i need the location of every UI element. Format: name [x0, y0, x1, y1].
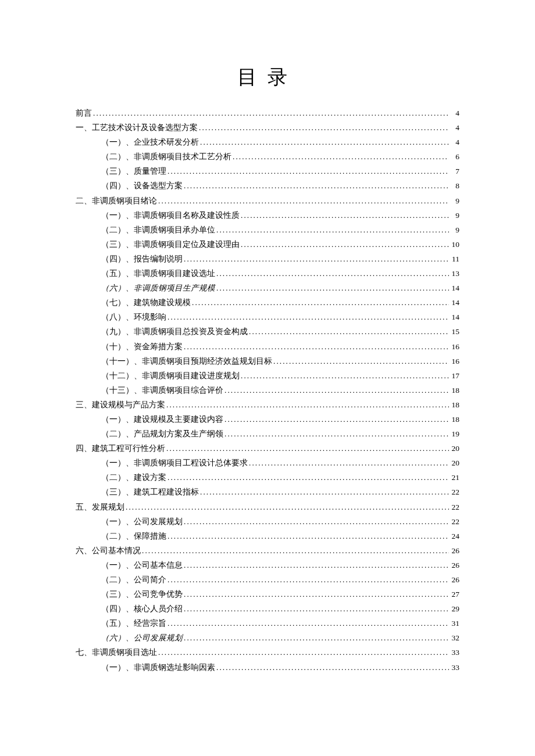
toc-entry-page: 14	[449, 284, 459, 292]
toc-entry-label: （八）、环境影响	[101, 313, 166, 321]
toc-leader-dots	[157, 197, 449, 205]
toc-entry-label: （六）、公司发展规划	[101, 634, 183, 642]
toc-entry: （四）、设备选型方案8	[76, 182, 459, 190]
toc-entry-label: （六）、非调质钢项目生产规模	[101, 284, 215, 292]
toc-entry-label: （三）、公司竞争优势	[101, 590, 183, 599]
toc-entry: 六、公司基本情况26	[76, 547, 459, 555]
toc-leader-dots	[166, 619, 449, 628]
toc-entry-label: （二）、非调质钢项目技术工艺分析	[101, 153, 231, 161]
toc-leader-dots	[166, 167, 449, 175]
toc-entry: （十一）、非调质钢项目预期经济效益规划目标16	[76, 357, 459, 366]
toc-leader-dots	[183, 182, 449, 190]
toc-entry-label: （五）、经营宗旨	[101, 619, 166, 628]
toc-entry-label: （三）、质量管理	[101, 167, 166, 175]
toc-entry: （十二）、非调质钢项目建设进度规划17	[76, 372, 459, 380]
toc-entry-page: 7	[449, 167, 459, 175]
toc-entry-label: （一）、企业技术研发分析	[101, 138, 199, 146]
toc-leader-dots	[248, 459, 449, 467]
toc-entry: （七）、建筑物建设规模14	[76, 299, 459, 307]
toc-leader-dots	[183, 605, 449, 613]
toc-entry-page: 33	[449, 648, 459, 657]
toc-entry: （十三）、非调质钢项目综合评价18	[76, 386, 459, 395]
toc-entry: 五、发展规划22	[76, 503, 459, 511]
toc-entry-page: 24	[449, 532, 459, 540]
toc-leader-dots	[166, 532, 449, 540]
toc-leader-dots	[165, 401, 449, 409]
toc-entry-page: 22	[449, 503, 459, 511]
toc-entry: 七、非调质钢项目选址33	[76, 648, 459, 657]
toc-entry: 四、建筑工程可行性分析20	[76, 445, 459, 453]
toc-leader-dots	[92, 109, 449, 117]
toc-entry-page: 31	[449, 619, 459, 628]
toc-entry-label: 四、建筑工程可行性分析	[76, 445, 165, 453]
page-title: 目录	[76, 64, 459, 91]
toc-entry-page: 33	[449, 664, 459, 672]
toc-entry-label: （十）、资金筹措方案	[101, 343, 183, 351]
toc-entry-page: 4	[449, 109, 459, 117]
toc-entry-page: 20	[449, 459, 459, 467]
toc-leader-dots	[240, 372, 449, 380]
toc-entry-label: 五、发展规划	[76, 503, 124, 511]
toc-entry-label: （一）、非调质钢选址影响因素	[101, 664, 215, 672]
toc-leader-dots	[157, 648, 449, 657]
toc-entry-page: 4	[449, 124, 459, 132]
toc-entry-page: 14	[449, 299, 459, 307]
toc-leader-dots	[223, 415, 449, 424]
toc-leader-dots	[272, 357, 449, 366]
toc-leader-dots	[215, 270, 449, 278]
toc-entry-page: 9	[449, 197, 459, 205]
toc-leader-dots	[199, 138, 449, 146]
toc-entry-label: （二）、非调质钢项目承办单位	[101, 226, 215, 234]
toc-entry: （二）、非调质钢项目承办单位9	[76, 226, 459, 234]
toc-entry-label: （三）、建筑工程建设指标	[101, 488, 199, 496]
toc-leader-dots	[215, 284, 449, 292]
toc-entry-label: （四）、报告编制说明	[101, 255, 183, 263]
toc-entry: （一）、建设规模及主要建设内容18	[76, 415, 459, 424]
toc-leader-dots	[166, 313, 449, 321]
toc-entry: （二）、非调质钢项目技术工艺分析6	[76, 153, 459, 161]
toc-entry: （九）、非调质钢项目总投资及资金构成15	[76, 328, 459, 336]
toc-entry-label: （四）、设备选型方案	[101, 182, 183, 190]
toc-entry-page: 18	[449, 401, 459, 409]
toc-entry-page: 27	[449, 590, 459, 599]
toc-entry-page: 4	[449, 138, 459, 146]
toc-entry-label: 六、公司基本情况	[76, 547, 141, 555]
toc-entry-label: （一）、公司基本信息	[101, 561, 183, 569]
toc-entry: 前言4	[76, 109, 459, 117]
toc-entry-label: 一、工艺技术设计及设备选型方案	[76, 124, 198, 132]
toc-leader-dots	[248, 328, 449, 336]
toc-leader-dots	[183, 343, 449, 351]
toc-entry-page: 10	[449, 241, 459, 249]
toc-entry: （一）、非调质钢项目工程设计总体要求20	[76, 459, 459, 467]
toc-leader-dots	[166, 474, 449, 482]
toc-entry-label: （二）、建设方案	[101, 474, 166, 482]
toc-leader-dots	[215, 226, 449, 234]
toc-entry: （四）、核心人员介绍29	[76, 605, 459, 613]
toc-leader-dots	[183, 590, 449, 599]
toc-leader-dots	[183, 561, 449, 569]
toc-entry-label: （十三）、非调质钢项目综合评价	[101, 386, 223, 395]
toc-entry-label: （二）、公司简介	[101, 576, 166, 584]
toc-entry-page: 15	[449, 328, 459, 336]
toc-entry-page: 17	[449, 372, 459, 380]
toc-entry-page: 26	[449, 576, 459, 584]
toc-entry-page: 21	[449, 474, 459, 482]
toc-entry-label: （九）、非调质钢项目总投资及资金构成	[101, 328, 248, 336]
toc-entry-label: （十二）、非调质钢项目建设进度规划	[101, 372, 240, 380]
toc-entry: （一）、企业技术研发分析4	[76, 138, 459, 146]
toc-entry: （一）、公司发展规划22	[76, 518, 459, 526]
toc-entry: （六）、非调质钢项目生产规模14	[76, 284, 459, 292]
toc-leader-dots	[166, 576, 449, 584]
toc-entry: （四）、报告编制说明11	[76, 255, 459, 263]
toc-entry-label: （一）、非调质钢项目工程设计总体要求	[101, 459, 248, 467]
toc-entry-page: 20	[449, 445, 459, 453]
toc-entry-page: 9	[449, 212, 459, 220]
toc-entry-page: 22	[449, 488, 459, 496]
toc-entry: （二）、公司简介26	[76, 576, 459, 584]
toc-entry: （五）、非调质钢项目建设选址13	[76, 270, 459, 278]
toc-entry-label: （五）、非调质钢项目建设选址	[101, 270, 215, 278]
toc-leader-dots	[183, 634, 449, 642]
toc-leader-dots	[223, 430, 449, 438]
toc-entry-label: 三、建设规模与产品方案	[76, 401, 165, 409]
toc-leader-dots	[199, 488, 449, 496]
